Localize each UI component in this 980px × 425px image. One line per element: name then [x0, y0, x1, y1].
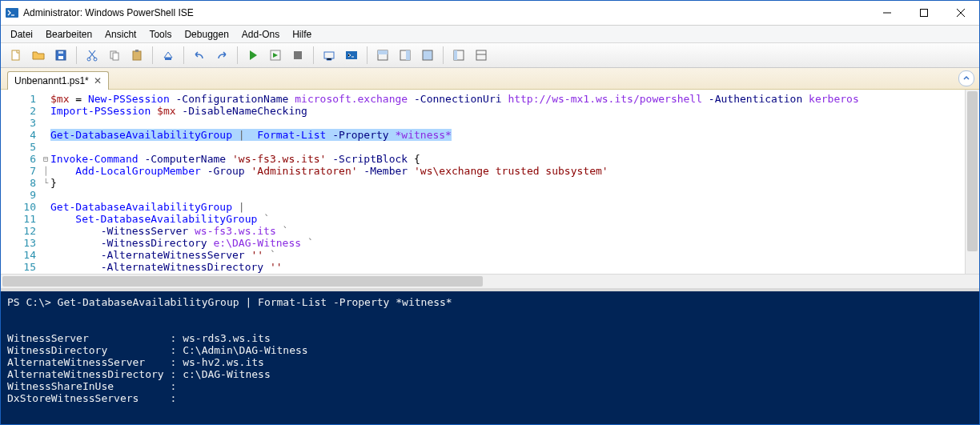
stop-button[interactable] — [287, 45, 308, 66]
svg-rect-23 — [454, 50, 457, 60]
new-file-button[interactable] — [6, 45, 26, 66]
cut-button[interactable] — [82, 45, 102, 66]
minimize-button[interactable] — [869, 1, 906, 25]
svg-rect-16 — [346, 51, 357, 59]
svg-rect-21 — [423, 50, 432, 60]
tab-close-icon[interactable]: ✕ — [94, 76, 102, 86]
close-button[interactable] — [942, 1, 979, 25]
toolbar — [1, 43, 979, 68]
app-window: Administrator: Windows PowerShell ISE Da… — [0, 0, 980, 425]
undo-button[interactable] — [189, 45, 210, 66]
svg-rect-10 — [133, 51, 141, 60]
menubar: Datei Bearbeiten Ansicht Tools Debuggen … — [1, 26, 979, 43]
svg-rect-2 — [12, 50, 19, 60]
redo-button[interactable] — [211, 45, 232, 66]
svg-rect-9 — [113, 53, 118, 60]
console-pane[interactable]: PS C:\> Get-DatabaseAvailabilityGroup | … — [1, 291, 979, 424]
tab-label: Unbenannt1.ps1* — [14, 75, 89, 86]
document-tabstrip: Unbenannt1.ps1* ✕ — [1, 68, 979, 90]
script-editor-pane: 123456789101112131415 ⊟│└ $mx = New-PSSe… — [1, 90, 979, 288]
editor-horizontal-scrollbar[interactable] — [1, 274, 979, 288]
svg-rect-14 — [294, 51, 302, 59]
svg-rect-15 — [324, 52, 334, 58]
show-script-pane-right-button[interactable] — [395, 45, 416, 66]
save-button[interactable] — [50, 45, 71, 66]
titlebar: Administrator: Windows PowerShell ISE — [1, 1, 979, 26]
svg-rect-11 — [135, 50, 139, 52]
svg-rect-1 — [921, 10, 928, 17]
line-number-gutter: 123456789101112131415 — [1, 90, 41, 274]
powershell-ise-icon — [6, 6, 18, 19]
editor-vertical-scrollbar[interactable] — [965, 90, 979, 274]
menu-debuggen[interactable]: Debuggen — [178, 27, 235, 42]
paste-button[interactable] — [127, 45, 147, 66]
svg-rect-24 — [476, 50, 486, 60]
window-title: Administrator: Windows PowerShell ISE — [23, 7, 194, 18]
menu-hilfe[interactable]: Hilfe — [286, 27, 318, 42]
show-script-pane-max-button[interactable] — [417, 45, 438, 66]
fold-column: ⊟│└ — [41, 90, 50, 274]
menu-datei[interactable]: Datei — [4, 27, 39, 42]
copy-button[interactable] — [104, 45, 125, 66]
menu-ansicht[interactable]: Ansicht — [98, 27, 143, 42]
collapse-script-pane-button[interactable] — [958, 70, 974, 86]
document-tab[interactable]: Unbenannt1.ps1* ✕ — [7, 71, 109, 90]
clear-button[interactable] — [158, 45, 179, 66]
menu-addons[interactable]: Add-Ons — [235, 27, 286, 42]
run-selection-button[interactable] — [265, 45, 286, 66]
svg-rect-0 — [6, 8, 18, 18]
show-script-pane-top-button[interactable] — [372, 45, 393, 66]
svg-rect-5 — [58, 51, 63, 54]
maximize-button[interactable] — [906, 1, 942, 25]
menu-tools[interactable]: Tools — [143, 27, 178, 42]
start-powershell-button[interactable] — [341, 45, 362, 66]
svg-rect-4 — [58, 56, 63, 59]
svg-rect-20 — [406, 50, 410, 60]
run-script-button[interactable] — [243, 45, 263, 66]
open-file-button[interactable] — [28, 45, 49, 66]
show-command-addon-button[interactable] — [448, 45, 469, 66]
svg-rect-18 — [378, 50, 388, 54]
code-editor[interactable]: $mx = New-PSSession -ConfigurationName m… — [50, 90, 965, 274]
menu-bearbeiten[interactable]: Bearbeiten — [39, 27, 98, 42]
new-remote-tab-button[interactable] — [319, 45, 339, 66]
show-command-window-button[interactable] — [471, 45, 492, 66]
svg-rect-12 — [165, 58, 171, 60]
